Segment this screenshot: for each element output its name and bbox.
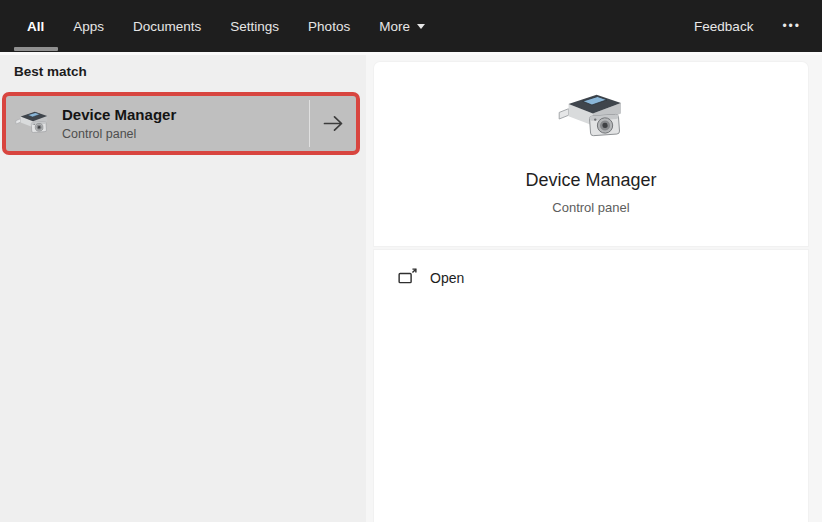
- best-match-section-header: Best match: [14, 64, 87, 79]
- tab-apps-label: Apps: [73, 19, 104, 34]
- tab-documents[interactable]: Documents: [133, 0, 201, 52]
- preview-title: Device Manager: [525, 170, 656, 192]
- tab-settings-label: Settings: [230, 19, 279, 34]
- expand-preview-arrow-button[interactable]: [310, 96, 356, 151]
- open-external-icon: [398, 268, 417, 287]
- tab-apps[interactable]: Apps: [73, 0, 104, 52]
- open-action-label: Open: [430, 270, 464, 286]
- tab-photos[interactable]: Photos: [308, 0, 350, 52]
- best-match-title: Device Manager: [62, 106, 309, 124]
- device-manager-icon-large: [553, 90, 629, 148]
- windows-search-flyout: All Apps Documents Settings Photos More …: [0, 0, 822, 522]
- open-action[interactable]: Open: [374, 250, 808, 287]
- preview-actions-card: Open: [374, 250, 808, 522]
- tab-settings[interactable]: Settings: [230, 0, 279, 52]
- feedback-button[interactable]: Feedback: [694, 19, 753, 34]
- filter-tabs: All Apps Documents Settings Photos More: [0, 0, 454, 52]
- topbar-actions: Feedback •••: [694, 19, 822, 34]
- best-match-result[interactable]: Device Manager Control panel: [6, 96, 356, 151]
- preview-header-card: Device Manager Control panel: [374, 62, 808, 246]
- active-tab-indicator: [14, 47, 58, 51]
- search-filter-bar: All Apps Documents Settings Photos More …: [0, 0, 822, 52]
- device-manager-icon: [14, 109, 50, 139]
- search-results-panel: Best match: [0, 55, 366, 522]
- ellipsis-icon[interactable]: •••: [782, 20, 801, 32]
- tab-more[interactable]: More: [379, 0, 425, 52]
- tab-photos-label: Photos: [308, 19, 350, 34]
- best-match-text: Device Manager Control panel: [62, 106, 309, 141]
- chevron-down-icon: [417, 24, 425, 29]
- tab-documents-label: Documents: [133, 19, 201, 34]
- best-match-subtitle: Control panel: [62, 127, 309, 141]
- preview-panel: Device Manager Control panel Open: [366, 55, 822, 522]
- arrow-right-icon: [322, 115, 344, 132]
- tab-all[interactable]: All: [27, 0, 44, 52]
- preview-subtitle: Control panel: [552, 200, 629, 215]
- annotation-highlight-box: Device Manager Control panel: [2, 92, 360, 155]
- tab-more-label: More: [379, 19, 410, 34]
- tab-all-label: All: [27, 19, 44, 34]
